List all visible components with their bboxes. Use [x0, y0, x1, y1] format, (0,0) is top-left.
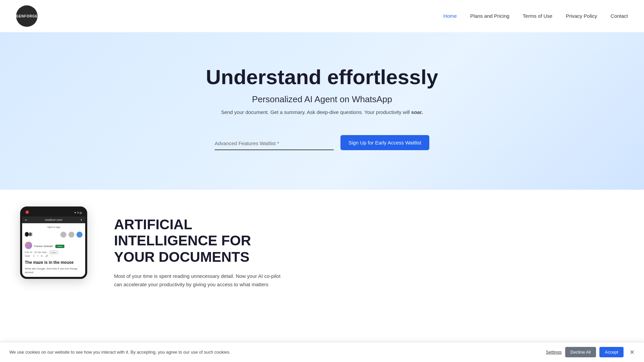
facebook-icon: f — [38, 255, 38, 257]
phone-status-icons: ▾ ⊙ ||| — [74, 211, 82, 214]
save-action[interactable]: Save — [25, 255, 30, 257]
phone-article-meta: Feb 14 · 15 min read Listen — [25, 251, 83, 253]
author-avatar — [25, 242, 32, 249]
author-info: Praveen Seshadri Follow — [34, 242, 64, 248]
phone-article-title: The maze is in the mouse — [25, 260, 83, 265]
listen-button[interactable]: Listen — [49, 251, 58, 254]
phone-open-app: Open in app — [25, 226, 83, 228]
navigation: GENFORGE Home Plans and Pricing Terms of… — [0, 0, 644, 32]
email-input-wrap — [215, 139, 334, 150]
svg-point-2 — [32, 232, 33, 236]
nav-privacy[interactable]: Privacy Policy — [566, 13, 597, 19]
follow-button[interactable]: Follow — [55, 245, 64, 248]
waitlist-input[interactable] — [215, 139, 334, 147]
svg-point-1 — [29, 232, 32, 236]
phone-header-bar — [25, 230, 83, 239]
nav-terms[interactable]: Terms of Use — [523, 13, 552, 19]
phone-status-bar: ▾ ⊙ ||| — [22, 208, 85, 217]
nav-plans[interactable]: Plans and Pricing — [470, 13, 509, 19]
ai-description: Most of your time is spent reading unnec… — [114, 272, 282, 289]
bell-icon-phone — [68, 232, 74, 238]
hero-subtitle: Personalized AI Agent on WhatsApp — [252, 94, 392, 105]
nav-links: Home Plans and Pricing Terms of Use Priv… — [443, 13, 628, 19]
waitlist-button[interactable]: Sign Up for Early Access Waitlist — [340, 135, 429, 150]
waitlist-form: Sign Up for Early Access Waitlist — [215, 135, 429, 150]
phone-mockup: ▾ ⊙ ||| ⬅ medium.com ⬆ Open in app — [20, 206, 87, 279]
linkedin-icon: in — [41, 255, 43, 257]
share-icon: 🔗 — [45, 255, 48, 257]
phone-article-actions: Save 𝕏 f in 🔗 ··· — [25, 255, 83, 257]
svg-point-0 — [25, 232, 29, 237]
phone-content: Open in app Praveen S — [22, 223, 85, 277]
bottom-section: ▾ ⊙ ||| ⬅ medium.com ⬆ Open in app — [0, 190, 644, 304]
search-icon-phone — [60, 232, 66, 238]
nav-contact[interactable]: Contact — [610, 13, 628, 19]
avatar-phone — [76, 232, 83, 238]
phone-red-dot — [25, 210, 29, 215]
author-name: Praveen Seshadri — [34, 245, 53, 247]
phone-url: medium.com — [45, 218, 62, 222]
phone-icon-group — [60, 232, 83, 238]
phone-article-sub: What ails Google. And how it can turn th… — [25, 267, 83, 274]
hero-section: Understand effortlessly Personalized AI … — [0, 32, 644, 190]
nav-home[interactable]: Home — [443, 13, 457, 19]
medium-logo — [25, 232, 32, 238]
ai-text-section: ARTIFICIAL INTELLIGENCE FOR YOUR DOCUMEN… — [107, 203, 624, 289]
hero-description: Send your document. Get a summary. Ask d… — [221, 109, 423, 115]
more-icon: ··· — [51, 255, 53, 257]
phone-article-header: Praveen Seshadri Follow — [25, 242, 83, 249]
twitter-icon: 𝕏 — [33, 255, 35, 257]
hero-title: Understand effortlessly — [206, 65, 438, 89]
ai-title: ARTIFICIAL INTELLIGENCE FOR YOUR DOCUMEN… — [114, 217, 624, 265]
logo[interactable]: GENFORGE — [16, 5, 38, 27]
phone-browser-bar: ⬅ medium.com ⬆ — [22, 217, 85, 223]
